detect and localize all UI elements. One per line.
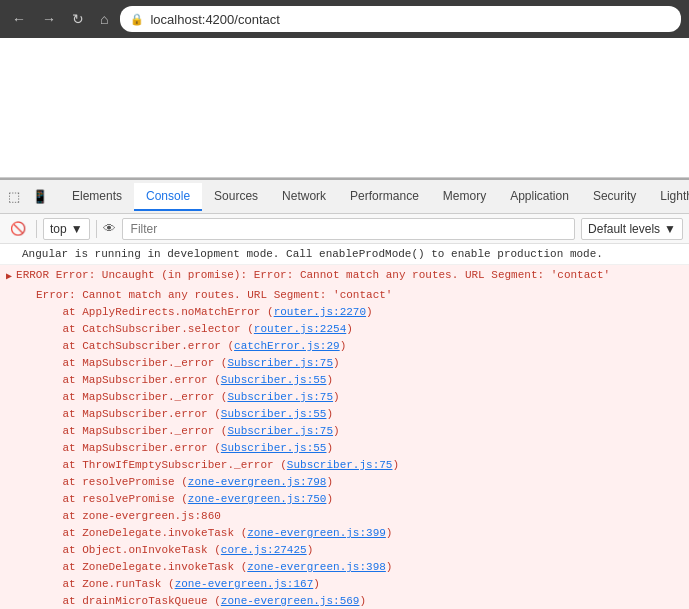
stack-line-6: at MapSubscriber._error (Subscriber.js:7… (0, 389, 689, 406)
device-icon[interactable]: 📱 (28, 187, 52, 206)
stack-link-2[interactable]: router.js:2254 (254, 323, 346, 335)
stack-line-1: at ApplyRedirects.noMatchError (router.j… (0, 304, 689, 321)
context-value: top (50, 222, 67, 236)
url-text: localhost:4200/contact (150, 12, 279, 27)
stack-line-8: at MapSubscriber._error (Subscriber.js:7… (0, 423, 689, 440)
tab-console[interactable]: Console (134, 183, 202, 211)
tab-network[interactable]: Network (270, 183, 338, 211)
back-button[interactable]: ← (8, 9, 30, 29)
stack-link-7[interactable]: Subscriber.js:55 (221, 408, 327, 420)
error-expand-icon[interactable]: ▶ (6, 269, 12, 285)
stack-link-11[interactable]: zone-evergreen.js:798 (188, 476, 327, 488)
stack-link-17[interactable]: zone-evergreen.js:167 (175, 578, 314, 590)
stack-link-15[interactable]: core.js:27425 (221, 544, 307, 556)
devtools-panel: ⬚ 📱 Elements Console Sources Network Per… (0, 178, 689, 609)
stack-line-0: Error: Cannot match any routes. URL Segm… (0, 287, 689, 304)
stack-line-16: at ZoneDelegate.invokeTask (zone-evergre… (0, 559, 689, 576)
stack-link-12[interactable]: zone-evergreen.js:750 (188, 493, 327, 505)
stack-link-1[interactable]: router.js:2270 (274, 306, 366, 318)
eye-button[interactable]: 👁 (103, 221, 116, 236)
stack-line-14: at ZoneDelegate.invokeTask (zone-evergre… (0, 525, 689, 542)
stack-line-7: at MapSubscriber.error (Subscriber.js:55… (0, 406, 689, 423)
tab-sources[interactable]: Sources (202, 183, 270, 211)
levels-selector[interactable]: Default levels ▼ (581, 218, 683, 240)
stack-line-10: at ThrowIfEmptySubscriber._error (Subscr… (0, 457, 689, 474)
tab-security[interactable]: Security (581, 183, 648, 211)
stack-line-15: at Object.onInvokeTask (core.js:27425) (0, 542, 689, 559)
stack-line-11: at resolvePromise (zone-evergreen.js:798… (0, 474, 689, 491)
tab-performance[interactable]: Performance (338, 183, 431, 211)
stack-line-4: at MapSubscriber._error (Subscriber.js:7… (0, 355, 689, 372)
inspect-icon[interactable]: ⬚ (4, 187, 24, 206)
context-selector[interactable]: top ▼ (43, 218, 90, 240)
context-dropdown-icon: ▼ (71, 222, 83, 236)
refresh-button[interactable]: ↻ (68, 9, 88, 29)
browser-chrome: ← → ↻ ⌂ 🔒 localhost:4200/contact (0, 0, 689, 38)
stack-line-9: at MapSubscriber.error (Subscriber.js:55… (0, 440, 689, 457)
home-button[interactable]: ⌂ (96, 9, 112, 29)
stack-line-17: at Zone.runTask (zone-evergreen.js:167) (0, 576, 689, 593)
lock-icon: 🔒 (130, 13, 144, 26)
stack-line-18: at drainMicroTaskQueue (zone-evergreen.j… (0, 593, 689, 609)
tab-lighthouse[interactable]: Lighth (648, 183, 689, 211)
stack-link-14[interactable]: zone-evergreen.js:399 (247, 527, 386, 539)
stack-link-10[interactable]: Subscriber.js:75 (287, 459, 393, 471)
console-message-info: Angular is running in development mode. … (0, 244, 689, 265)
stack-link-9[interactable]: Subscriber.js:55 (221, 442, 327, 454)
stack-line-3: at CatchSubscriber.error (catchError.js:… (0, 338, 689, 355)
tab-icons: ⬚ 📱 (4, 187, 52, 206)
forward-button[interactable]: → (38, 9, 60, 29)
stack-link-6[interactable]: Subscriber.js:75 (227, 391, 333, 403)
stack-line-13: at zone-evergreen.js:860 (0, 508, 689, 525)
levels-dropdown-icon: ▼ (664, 222, 676, 236)
stack-link-8[interactable]: Subscriber.js:75 (227, 425, 333, 437)
error-block: ▶ ERROR Error: Uncaught (in promise): Er… (0, 265, 689, 609)
console-toolbar: 🚫 top ▼ 👁 Default levels ▼ (0, 214, 689, 244)
console-output[interactable]: Angular is running in development mode. … (0, 244, 689, 609)
tab-application[interactable]: Application (498, 183, 581, 211)
stack-line-5: at MapSubscriber.error (Subscriber.js:55… (0, 372, 689, 389)
page-area (0, 38, 689, 178)
levels-value: Default levels (588, 222, 660, 236)
tab-memory[interactable]: Memory (431, 183, 498, 211)
error-header-text: ERROR Error: Uncaught (in promise): Erro… (16, 267, 610, 283)
filter-input[interactable] (122, 218, 575, 240)
clear-console-button[interactable]: 🚫 (6, 219, 30, 238)
toolbar-divider-2 (96, 220, 97, 238)
stack-line-2: at CatchSubscriber.selector (router.js:2… (0, 321, 689, 338)
tab-elements[interactable]: Elements (60, 183, 134, 211)
stack-link-5[interactable]: Subscriber.js:55 (221, 374, 327, 386)
stack-link-4[interactable]: Subscriber.js:75 (227, 357, 333, 369)
stack-link-18[interactable]: zone-evergreen.js:569 (221, 595, 360, 607)
address-bar[interactable]: 🔒 localhost:4200/contact (120, 6, 681, 32)
stack-link-16[interactable]: zone-evergreen.js:398 (247, 561, 386, 573)
stack-link-3[interactable]: catchError.js:29 (234, 340, 340, 352)
devtools-tabs: ⬚ 📱 Elements Console Sources Network Per… (0, 180, 689, 214)
stack-line-12: at resolvePromise (zone-evergreen.js:750… (0, 491, 689, 508)
toolbar-divider-1 (36, 220, 37, 238)
error-header: ▶ ERROR Error: Uncaught (in promise): Er… (0, 265, 689, 287)
